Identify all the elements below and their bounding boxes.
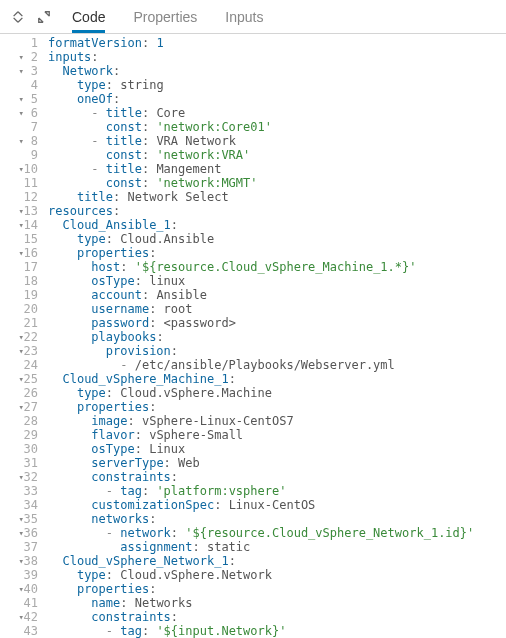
collapse-icon[interactable] [8,7,28,27]
code-line[interactable]: Cloud_Ansible_1: [48,218,506,232]
gutter-line: 4 [0,78,40,92]
gutter-line: 35▾ [0,512,40,526]
gutter-line: 10▾ [0,162,40,176]
tab-code[interactable]: Code [72,0,105,33]
gutter-line: 36▾ [0,526,40,540]
code-line[interactable]: type: Cloud.Ansible [48,232,506,246]
code-editor[interactable]: 12▾3▾45▾6▾78▾910▾111213▾14▾1516▾17181920… [0,34,506,638]
code-line[interactable]: provision: [48,344,506,358]
code-line[interactable]: image: vSphere-Linux-CentOS7 [48,414,506,428]
gutter-line: 26 [0,386,40,400]
code-line[interactable]: type: Cloud.vSphere.Machine [48,386,506,400]
fold-toggle-icon[interactable]: ▾ [19,219,24,231]
code-line[interactable]: formatVersion: 1 [48,36,506,50]
fold-toggle-icon[interactable]: ▾ [19,107,24,119]
code-line[interactable]: serverType: Web [48,456,506,470]
code-line[interactable]: osType: linux [48,274,506,288]
gutter-line: 14▾ [0,218,40,232]
tab-inputs[interactable]: Inputs [225,0,263,33]
code-line[interactable]: playbooks: [48,330,506,344]
code-line[interactable]: const: 'network:Core01' [48,120,506,134]
gutter-line: 37 [0,540,40,554]
code-line[interactable]: flavor: vSphere-Small [48,428,506,442]
code-line[interactable]: Cloud_vSphere_Network_1: [48,554,506,568]
gutter-line: 39 [0,568,40,582]
gutter-line: 2▾ [0,50,40,64]
fold-toggle-icon[interactable]: ▾ [19,611,24,623]
code-line[interactable]: properties: [48,400,506,414]
gutter-line: 6▾ [0,106,40,120]
code-line[interactable]: assignment: static [48,540,506,554]
code-line[interactable]: account: Ansible [48,288,506,302]
code-line[interactable]: - title: VRA Network [48,134,506,148]
gutter-line: 13▾ [0,204,40,218]
gutter-line: 15 [0,232,40,246]
gutter-line: 34 [0,498,40,512]
gutter-line: 42▾ [0,610,40,624]
code-line[interactable]: host: '${resource.Cloud_vSphere_Machine_… [48,260,506,274]
fold-toggle-icon[interactable]: ▾ [19,373,24,385]
gutter-line: 20 [0,302,40,316]
fold-toggle-icon[interactable]: ▾ [19,401,24,413]
fold-toggle-icon[interactable]: ▾ [19,205,24,217]
code-line[interactable]: constraints: [48,470,506,484]
code-line[interactable]: - tag: 'platform:vsphere' [48,484,506,498]
gutter-line: 11 [0,176,40,190]
gutter-line: 30 [0,442,40,456]
gutter-line: 17 [0,260,40,274]
code-line[interactable]: - /etc/ansible/Playbooks/Webserver.yml [48,358,506,372]
gutter-line: 8▾ [0,134,40,148]
code-line[interactable]: osType: Linux [48,442,506,456]
code-line[interactable]: constraints: [48,610,506,624]
fold-toggle-icon[interactable]: ▾ [19,331,24,343]
fold-toggle-icon[interactable]: ▾ [19,527,24,539]
gutter-line: 40▾ [0,582,40,596]
code-line[interactable]: networks: [48,512,506,526]
code-line[interactable]: password: <password> [48,316,506,330]
fold-toggle-icon[interactable]: ▾ [19,51,24,63]
gutter-line: 25▾ [0,372,40,386]
fold-toggle-icon[interactable]: ▾ [19,583,24,595]
code-line[interactable]: - title: Core [48,106,506,120]
fold-toggle-icon[interactable]: ▾ [19,345,24,357]
gutter-line: 16▾ [0,246,40,260]
code-area[interactable]: formatVersion: 1inputs: Network: type: s… [42,34,506,638]
fold-toggle-icon[interactable]: ▾ [19,513,24,525]
gutter-line: 1 [0,36,40,50]
code-line[interactable]: type: string [48,78,506,92]
fold-toggle-icon[interactable]: ▾ [19,247,24,259]
code-line[interactable]: Cloud_vSphere_Machine_1: [48,372,506,386]
gutter-line: 18 [0,274,40,288]
gutter-line: 29 [0,428,40,442]
gutter-line: 5▾ [0,92,40,106]
code-line[interactable]: type: Cloud.vSphere.Network [48,568,506,582]
gutter-line: 9 [0,148,40,162]
code-line[interactable]: resources: [48,204,506,218]
code-line[interactable]: oneOf: [48,92,506,106]
code-line[interactable]: - network: '${resource.Cloud_vSphere_Net… [48,526,506,540]
code-line[interactable]: customizationSpec: Linux-CentOS [48,498,506,512]
code-line[interactable]: properties: [48,246,506,260]
fold-toggle-icon[interactable]: ▾ [19,555,24,567]
code-line[interactable]: const: 'network:VRA' [48,148,506,162]
gutter-line: 41 [0,596,40,610]
gutter-line: 3▾ [0,64,40,78]
fold-toggle-icon[interactable]: ▾ [19,93,24,105]
code-line[interactable]: inputs: [48,50,506,64]
fold-toggle-icon[interactable]: ▾ [19,163,24,175]
gutter-line: 23▾ [0,344,40,358]
code-line[interactable]: title: Network Select [48,190,506,204]
fold-toggle-icon[interactable]: ▾ [19,65,24,77]
code-line[interactable]: username: root [48,302,506,316]
expand-icon[interactable] [34,7,54,27]
code-line[interactable]: const: 'network:MGMT' [48,176,506,190]
gutter-line: 12 [0,190,40,204]
code-line[interactable]: - title: Mangement [48,162,506,176]
fold-toggle-icon[interactable]: ▾ [19,135,24,147]
fold-toggle-icon[interactable]: ▾ [19,471,24,483]
code-line[interactable]: - tag: '${input.Network}' [48,624,506,638]
code-line[interactable]: properties: [48,582,506,596]
tab-properties[interactable]: Properties [133,0,197,33]
code-line[interactable]: Network: [48,64,506,78]
code-line[interactable]: name: Networks [48,596,506,610]
